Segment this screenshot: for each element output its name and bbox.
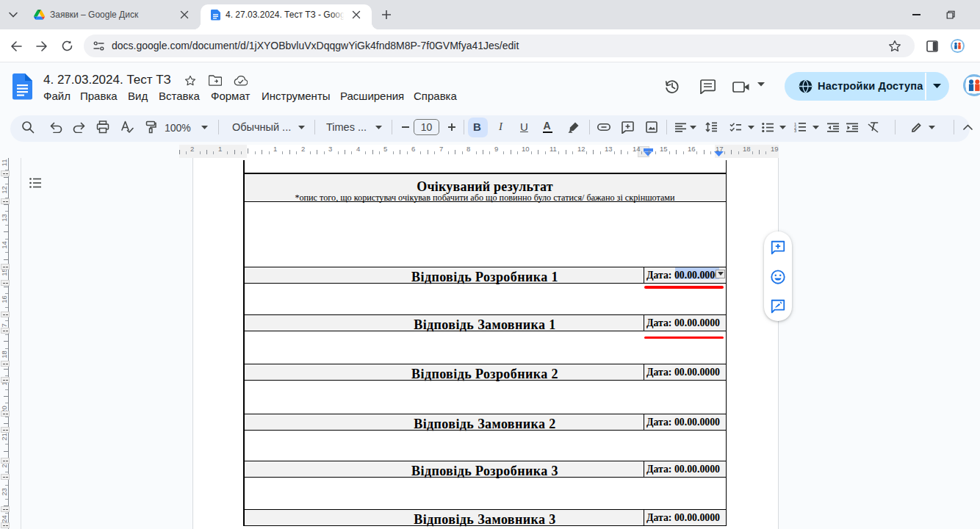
svg-text:3: 3 xyxy=(794,129,796,132)
